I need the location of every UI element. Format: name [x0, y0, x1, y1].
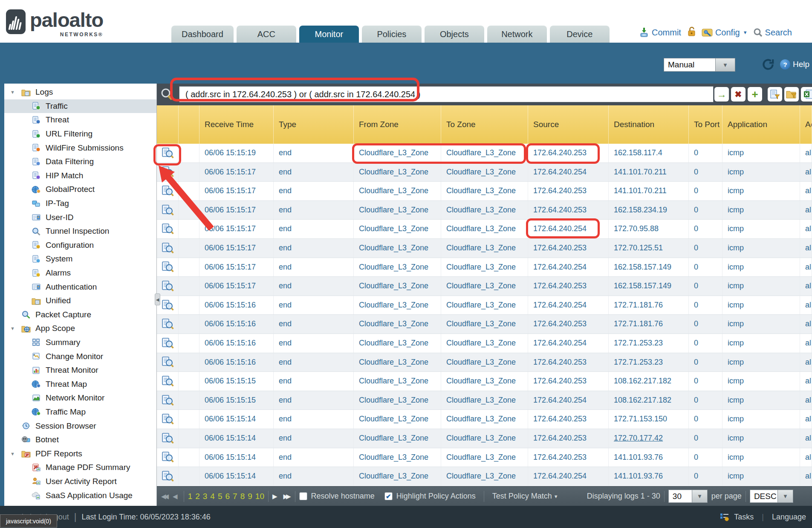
cell-text[interactable]: 0	[694, 358, 698, 366]
cell-text[interactable]: end	[279, 301, 292, 309]
cell-text[interactable]: 06/06 15:15:17	[205, 168, 256, 176]
cell-text[interactable]: Cloudflare_L3_Zone	[359, 186, 428, 195]
log-detail-icon[interactable]	[157, 182, 179, 200]
expander-icon[interactable]: ▼	[10, 326, 21, 331]
cell-text[interactable]: Cloudflare_L3_Zone	[446, 358, 516, 366]
refresh-mode-select[interactable]: Manual ▼	[664, 58, 735, 72]
cell-text[interactable]: end	[279, 396, 292, 404]
sidebar-item-user-activity-report[interactable]: User Activity Report	[4, 475, 156, 489]
log-detail-icon[interactable]	[157, 220, 179, 238]
cell-text[interactable]: icmp	[728, 244, 744, 252]
sidebar-item-app-scope[interactable]: ▼App Scope	[4, 322, 156, 336]
column-header-source[interactable]: Source	[528, 105, 609, 144]
cell-text[interactable]: al	[805, 281, 811, 290]
sidebar-item-saas-application-usage[interactable]: SaaS Application Usage	[4, 488, 156, 502]
commit-button[interactable]: Commit	[639, 27, 681, 38]
log-detail-icon[interactable]	[157, 315, 179, 334]
sidebar-item-ip-tag[interactable]: IP-Tag	[4, 197, 156, 211]
cell-text[interactable]: end	[279, 281, 292, 290]
sidebar-item-system[interactable]: System	[4, 252, 156, 266]
sidebar-item-summary[interactable]: Summary	[4, 336, 156, 350]
cell-text[interactable]: end	[279, 186, 292, 195]
cell-text[interactable]: 0	[694, 377, 698, 385]
cell-text[interactable]: Cloudflare_L3_Zone	[359, 168, 428, 176]
cell-text[interactable]: 06/06 15:15:16	[205, 301, 256, 309]
cell-text[interactable]: Cloudflare_L3_Zone	[359, 358, 428, 366]
tab-network[interactable]: Network	[487, 26, 547, 43]
cell-text[interactable]: 0	[694, 224, 698, 233]
cell-text[interactable]: 06/06 15:15:17	[205, 224, 256, 233]
cell-text[interactable]: 172.70.177.42	[614, 434, 663, 442]
sidebar-item-traffic-map[interactable]: Traffic Map	[4, 405, 156, 419]
column-header-destination[interactable]: Destination	[609, 105, 689, 144]
cell-text[interactable]: end	[279, 224, 292, 233]
log-detail-icon[interactable]	[157, 144, 179, 162]
cell-text[interactable]: 06/06 15:15:14	[205, 434, 256, 442]
cell-text[interactable]: Cloudflare_L3_Zone	[359, 244, 428, 252]
cell-text[interactable]: 172.71.153.150	[614, 415, 667, 423]
log-detail-icon[interactable]	[157, 201, 179, 220]
refresh-mode-value[interactable]: Manual	[664, 58, 716, 72]
cell-text[interactable]: end	[279, 319, 292, 328]
expander-icon[interactable]: ▼	[10, 90, 21, 95]
cell-text[interactable]: Cloudflare_L3_Zone	[446, 339, 516, 347]
cell-text[interactable]: end	[279, 206, 292, 214]
cell-text[interactable]: 108.162.217.182	[614, 396, 671, 404]
per-page-dropdown-arrow[interactable]: ▼	[692, 490, 708, 503]
cell-text[interactable]: al	[805, 377, 811, 385]
cell-text[interactable]: icmp	[728, 186, 744, 195]
first-page-button[interactable]: ◀◀	[161, 493, 169, 500]
log-detail-icon[interactable]	[157, 391, 179, 410]
cell-text[interactable]: 141.101.93.76	[614, 453, 663, 461]
cell-text[interactable]: icmp	[728, 224, 744, 233]
sidebar-item-tunnel-inspection[interactable]: Tunnel Inspection	[4, 224, 156, 238]
sidebar-item-pdf-reports[interactable]: ▼PDF Reports	[4, 447, 156, 461]
cell-text[interactable]: 172.64.240.253	[533, 206, 587, 214]
sidebar-item-change-monitor[interactable]: Change Monitor	[4, 349, 156, 363]
tasks-link[interactable]: Tasks	[734, 513, 754, 522]
cell-text[interactable]: 0	[694, 396, 698, 404]
next-page-button[interactable]: ▶	[272, 493, 280, 500]
tab-objects[interactable]: Objects	[425, 26, 484, 43]
cell-text[interactable]: icmp	[728, 168, 744, 176]
column-header-from-zone[interactable]: From Zone	[354, 105, 441, 144]
sidebar-item-unified[interactable]: Unified	[4, 294, 156, 308]
cell-text[interactable]: 162.158.157.149	[614, 263, 671, 271]
cell-text[interactable]: Cloudflare_L3_Zone	[446, 396, 516, 404]
cell-text[interactable]: al	[805, 396, 811, 404]
filter-input[interactable]	[179, 86, 714, 102]
cell-text[interactable]: 06/06 15:15:14	[205, 453, 256, 461]
cell-text[interactable]: al	[805, 319, 811, 328]
cell-text[interactable]: 172.71.253.23	[614, 358, 663, 366]
cell-text[interactable]: Cloudflare_L3_Zone	[359, 281, 428, 290]
cell-text[interactable]: icmp	[728, 301, 744, 309]
page-link-5[interactable]: 5	[218, 492, 223, 501]
tab-device[interactable]: Device	[550, 26, 610, 43]
cell-text[interactable]: icmp	[728, 319, 744, 328]
sidebar-collapse-handle[interactable]: ◀	[155, 293, 160, 305]
highlight-policy-checkbox[interactable]	[384, 492, 393, 500]
cell-text[interactable]: 06/06 15:15:16	[205, 358, 256, 366]
cell-text[interactable]: al	[805, 434, 811, 442]
tab-dashboard[interactable]: Dashboard	[171, 26, 234, 43]
tab-policies[interactable]: Policies	[362, 26, 422, 43]
cell-text[interactable]: 172.64.240.253	[533, 319, 587, 328]
cell-text[interactable]: 172.64.240.254	[533, 224, 587, 233]
column-header-application[interactable]: Application	[722, 105, 800, 144]
export-csv-button[interactable]	[801, 87, 812, 102]
cell-text[interactable]: Cloudflare_L3_Zone	[446, 168, 516, 176]
sort-order-select[interactable]: DESC ▼	[750, 490, 793, 503]
column-header-blank[interactable]	[157, 105, 179, 144]
cell-text[interactable]: 172.70.125.51	[614, 244, 663, 252]
cell-text[interactable]: 172.64.240.253	[533, 377, 587, 385]
test-policy-match-button[interactable]: Test Policy Match▼	[492, 492, 558, 501]
page-link-9[interactable]: 9	[248, 492, 252, 501]
cell-text[interactable]: 172.71.181.76	[614, 319, 663, 328]
page-link-8[interactable]: 8	[240, 492, 245, 501]
cell-text[interactable]: Cloudflare_L3_Zone	[359, 453, 428, 461]
cell-text[interactable]: end	[279, 377, 292, 385]
cell-text[interactable]: icmp	[728, 148, 744, 157]
cell-text[interactable]: 172.64.240.253	[533, 434, 587, 442]
cell-text[interactable]: icmp	[728, 263, 744, 271]
cell-text[interactable]: 06/06 15:15:17	[205, 244, 256, 252]
